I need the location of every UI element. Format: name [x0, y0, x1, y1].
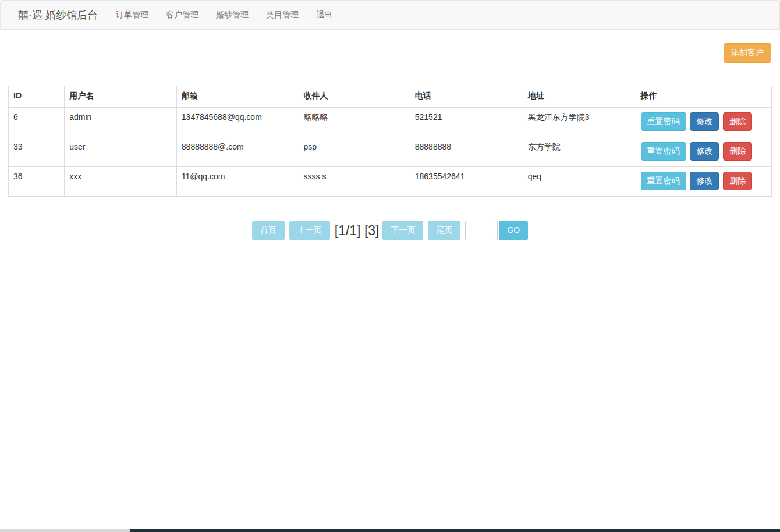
last-page-button[interactable]: 尾页: [428, 221, 460, 240]
prev-page-button[interactable]: 上一页: [289, 221, 330, 240]
header-actions: 操作: [636, 86, 771, 108]
cell-phone: 521521: [410, 108, 523, 137]
header-recipient: 收件人: [299, 86, 410, 108]
cell-email: 88888888@.com: [176, 137, 299, 167]
taskbar-sliver: [0, 529, 780, 532]
header-email: 邮箱: [176, 86, 299, 108]
cell-address: 东方学院: [523, 137, 636, 167]
delete-button[interactable]: 删除: [723, 112, 752, 131]
cell-username: admin: [65, 108, 177, 137]
delete-button[interactable]: 删除: [723, 172, 752, 190]
reset-password-button[interactable]: 重置密码: [641, 172, 686, 190]
first-page-button[interactable]: 首页: [252, 221, 285, 240]
reset-password-button[interactable]: 重置密码: [641, 112, 686, 131]
nav-item-orders[interactable]: 订单管理: [107, 1, 157, 29]
header-phone: 电话: [410, 86, 523, 108]
go-button[interactable]: GO: [499, 221, 528, 240]
edit-button[interactable]: 修改: [690, 172, 719, 190]
nav-menu: 订单管理 客户管理 婚纱管理 类目管理 退出: [107, 1, 341, 29]
cell-recipient: ssss s: [299, 167, 410, 197]
cell-id: 6: [9, 108, 65, 137]
header-id: ID: [9, 86, 65, 108]
next-page-button[interactable]: 下一页: [382, 221, 423, 240]
delete-button[interactable]: 删除: [723, 142, 752, 161]
table-header-row: ID 用户名 邮箱 收件人 电话 地址 操作: [9, 86, 772, 108]
add-customer-button[interactable]: 添加客户: [724, 43, 771, 63]
cell-actions: 重置密码 修改 删除: [636, 137, 771, 167]
edit-button[interactable]: 修改: [690, 112, 719, 131]
header-address: 地址: [523, 86, 636, 108]
taskbar-sliver-light-segment: [0, 529, 130, 532]
nav-item-dresses[interactable]: 婚纱管理: [207, 1, 257, 29]
brand-title: 囍·遇 婚纱馆后台: [1, 8, 107, 22]
table-row: 36 xxx 11@qq.com ssss s 18635542641 qeq …: [9, 167, 772, 197]
cell-phone: 18635542641: [410, 167, 523, 197]
cell-email: 1347845688@qq.com: [176, 108, 299, 137]
table-row: 6 admin 1347845688@qq.com 略略略 521521 黑龙江…: [9, 108, 772, 137]
cell-username: user: [65, 137, 177, 167]
nav-item-logout[interactable]: 退出: [307, 1, 341, 29]
cell-address: qeq: [523, 167, 636, 197]
cell-phone: 88888888: [410, 137, 523, 167]
edit-button[interactable]: 修改: [690, 142, 719, 161]
cell-recipient: psp: [299, 137, 410, 167]
cell-actions: 重置密码 修改 删除: [636, 108, 771, 137]
page-info-text: [1/1] [3]: [335, 223, 380, 239]
cell-actions: 重置密码 修改 删除: [636, 167, 771, 197]
page-number-input[interactable]: [465, 221, 498, 240]
customer-table: ID 用户名 邮箱 收件人 电话 地址 操作 6 admin 134784568…: [8, 86, 772, 197]
cell-recipient: 略略略: [299, 108, 410, 137]
nav-item-customers[interactable]: 客户管理: [157, 1, 207, 29]
header-username: 用户名: [65, 86, 177, 108]
cell-address: 黑龙江东方学院3: [523, 108, 636, 137]
table-row: 33 user 88888888@.com psp 88888888 东方学院 …: [9, 137, 772, 167]
customer-table-container: ID 用户名 邮箱 收件人 电话 地址 操作 6 admin 134784568…: [8, 86, 772, 197]
nav-item-categories[interactable]: 类目管理: [257, 1, 307, 29]
cell-username: xxx: [65, 167, 177, 197]
cell-email: 11@qq.com: [176, 167, 299, 197]
cell-id: 36: [9, 167, 65, 197]
top-navbar: 囍·遇 婚纱馆后台 订单管理 客户管理 婚纱管理 类目管理 退出: [0, 0, 780, 30]
pagination-bar: 首页 上一页 [1/1] [3] 下一页 尾页 GO: [0, 221, 780, 240]
reset-password-button[interactable]: 重置密码: [641, 142, 686, 161]
cell-id: 33: [9, 137, 65, 167]
